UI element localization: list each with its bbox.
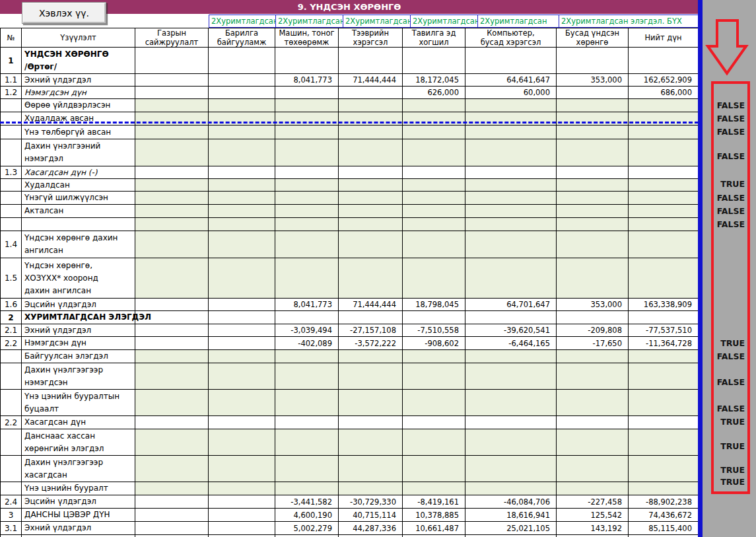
value-cell[interactable] bbox=[275, 112, 339, 125]
row-label-cell[interactable]: Дахин үнэлгээгээр хасагдсан bbox=[22, 456, 135, 482]
value-cell[interactable] bbox=[135, 522, 209, 535]
value-cell[interactable] bbox=[209, 166, 275, 179]
value-cell[interactable] bbox=[403, 258, 465, 299]
row-number-cell[interactable]: 1 bbox=[0, 48, 22, 74]
value-cell[interactable] bbox=[135, 112, 209, 125]
value-cell[interactable] bbox=[557, 192, 629, 205]
value-cell[interactable] bbox=[403, 179, 465, 192]
value-cell[interactable]: -6,464,165 bbox=[465, 337, 557, 350]
row-number-cell[interactable]: 1.6 bbox=[0, 299, 22, 311]
value-cell[interactable]: 626,000 bbox=[403, 87, 465, 99]
row-label-cell[interactable]: Хасагдсан дүн (-) bbox=[22, 166, 135, 179]
value-cell[interactable] bbox=[465, 139, 557, 166]
value-cell[interactable]: -7,510,558 bbox=[403, 324, 465, 337]
row-number-cell[interactable]: 3.1 bbox=[0, 522, 22, 535]
value-cell[interactable] bbox=[339, 99, 403, 112]
value-cell[interactable] bbox=[339, 179, 403, 192]
row-number-cell[interactable] bbox=[0, 99, 22, 112]
value-cell[interactable]: 74,436,672 bbox=[629, 509, 699, 522]
value-cell[interactable] bbox=[209, 48, 275, 74]
value-cell[interactable] bbox=[557, 112, 629, 125]
green-header-cell[interactable]: 2Хуримтлагдсан bbox=[477, 15, 559, 28]
value-cell[interactable] bbox=[209, 74, 275, 87]
value-cell[interactable] bbox=[135, 416, 209, 429]
value-cell[interactable] bbox=[275, 99, 339, 112]
value-cell[interactable]: 8,041,773 bbox=[275, 299, 339, 311]
flag-value[interactable]: FALSE bbox=[703, 126, 745, 138]
row-label-cell[interactable]: Өөрөө үйлдвэрлэсэн bbox=[22, 99, 135, 112]
flag-value[interactable]: FALSE bbox=[703, 205, 745, 217]
value-cell[interactable]: -77,537,510 bbox=[629, 324, 699, 337]
value-cell[interactable] bbox=[629, 429, 699, 456]
value-cell[interactable] bbox=[403, 48, 465, 74]
row-number-cell[interactable]: 3 bbox=[0, 509, 22, 522]
row-label-cell[interactable]: Үнэгүй шилжүүлсэн bbox=[22, 192, 135, 205]
value-cell[interactable]: 686,000 bbox=[629, 87, 699, 99]
value-cell[interactable] bbox=[465, 231, 557, 258]
value-cell[interactable] bbox=[339, 482, 403, 495]
value-cell[interactable]: 60,000 bbox=[465, 87, 557, 99]
row-number-cell[interactable] bbox=[0, 456, 22, 482]
value-cell[interactable]: -402,089 bbox=[275, 337, 339, 350]
value-cell[interactable]: -3,039,494 bbox=[275, 324, 339, 337]
value-cell[interactable] bbox=[209, 299, 275, 311]
row-label-cell[interactable]: Нэмэгдсэн дүн bbox=[22, 337, 135, 350]
value-cell[interactable] bbox=[209, 390, 275, 416]
row-label-cell[interactable]: Нэмэгдсэн дүн bbox=[22, 87, 135, 99]
value-cell[interactable]: 64,641,647 bbox=[465, 74, 557, 87]
value-cell[interactable]: 8,041,773 bbox=[275, 74, 339, 87]
row-label-cell[interactable]: Эцсийн үлдэгдэл bbox=[22, 495, 135, 509]
value-cell[interactable] bbox=[135, 311, 209, 324]
row-label-cell[interactable]: Эхний үлдэгдэл bbox=[22, 74, 135, 87]
value-cell[interactable] bbox=[629, 390, 699, 416]
value-cell[interactable] bbox=[465, 48, 557, 74]
row-number-cell[interactable] bbox=[0, 390, 22, 416]
row-label-cell[interactable]: Үнэ цэнийн бууралтын буцаалт bbox=[22, 390, 135, 416]
value-cell[interactable] bbox=[557, 205, 629, 218]
value-cell[interactable] bbox=[209, 179, 275, 192]
row-label-cell[interactable]: Үндсэн хөрөнгө, ХОЗҮХХ* хооронд дахин ан… bbox=[22, 258, 135, 299]
value-cell[interactable] bbox=[209, 231, 275, 258]
value-cell[interactable]: 162,652,909 bbox=[629, 74, 699, 87]
value-cell[interactable] bbox=[209, 139, 275, 166]
value-cell[interactable]: 25,021,105 bbox=[465, 522, 557, 535]
value-cell[interactable] bbox=[403, 390, 465, 416]
value-cell[interactable] bbox=[465, 456, 557, 482]
value-cell[interactable] bbox=[339, 416, 403, 429]
value-cell[interactable]: -30,729,330 bbox=[339, 495, 403, 509]
flag-value[interactable]: FALSE bbox=[703, 403, 745, 415]
row-number-cell[interactable] bbox=[0, 112, 22, 125]
value-cell[interactable] bbox=[275, 258, 339, 299]
value-cell[interactable] bbox=[339, 87, 403, 99]
value-cell[interactable] bbox=[209, 522, 275, 535]
value-cell[interactable]: -8,419,161 bbox=[403, 495, 465, 509]
value-cell[interactable] bbox=[339, 139, 403, 166]
value-cell[interactable] bbox=[209, 99, 275, 112]
value-cell[interactable] bbox=[557, 416, 629, 429]
value-cell[interactable] bbox=[275, 482, 339, 495]
value-cell[interactable] bbox=[209, 456, 275, 482]
value-cell[interactable] bbox=[465, 125, 557, 139]
value-cell[interactable] bbox=[557, 350, 629, 363]
value-cell[interactable]: 5,002,279 bbox=[275, 522, 339, 535]
value-cell[interactable]: 4,600,190 bbox=[275, 509, 339, 522]
value-cell[interactable] bbox=[209, 495, 275, 509]
value-cell[interactable] bbox=[339, 125, 403, 139]
value-cell[interactable] bbox=[135, 363, 209, 390]
value-cell[interactable] bbox=[557, 179, 629, 192]
value-cell[interactable] bbox=[135, 218, 209, 231]
value-cell[interactable] bbox=[339, 258, 403, 299]
value-cell[interactable]: 10,661,487 bbox=[403, 522, 465, 535]
value-cell[interactable] bbox=[135, 87, 209, 99]
row-label-cell[interactable]: Байгуулсан элэгдэл bbox=[22, 350, 135, 363]
value-cell[interactable] bbox=[629, 456, 699, 482]
value-cell[interactable]: -227,458 bbox=[557, 495, 629, 509]
value-cell[interactable] bbox=[403, 231, 465, 258]
value-cell[interactable]: -3,572,222 bbox=[339, 337, 403, 350]
row-number-cell[interactable] bbox=[0, 179, 22, 192]
value-cell[interactable] bbox=[135, 429, 209, 456]
value-cell[interactable] bbox=[339, 231, 403, 258]
row-label-cell[interactable]: Дахин үнэлгээний нэмэгдэл bbox=[22, 139, 135, 166]
row-number-cell[interactable]: 1.2 bbox=[0, 87, 22, 99]
value-cell[interactable] bbox=[135, 205, 209, 218]
